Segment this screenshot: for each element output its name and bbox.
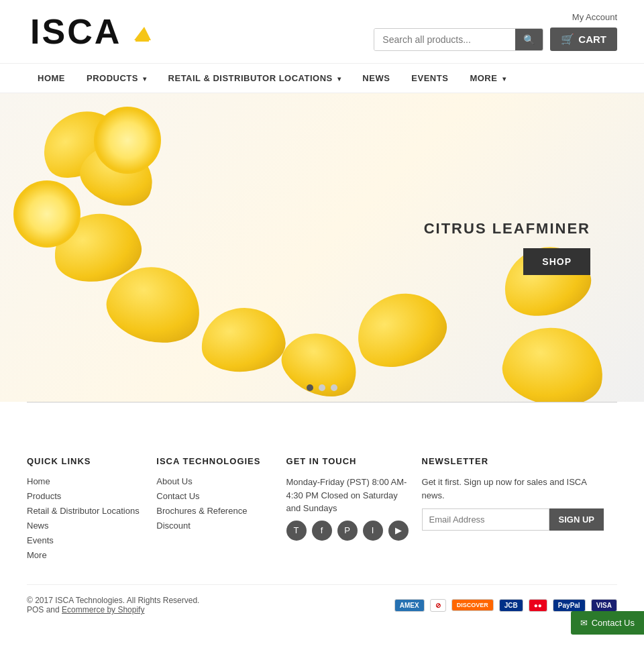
nav-link-events[interactable]: EVENTS	[400, 64, 459, 93]
diners-badge: ⊘	[430, 599, 446, 612]
lemon-half-decoration	[13, 180, 80, 248]
lemon-decoration	[199, 305, 288, 376]
isca-link-contact[interactable]: Contact Us	[156, 491, 199, 501]
lemon-half-decoration	[94, 107, 161, 174]
my-account-link[interactable]: My Account	[572, 12, 617, 22]
signup-button[interactable]: SIGN UP	[549, 508, 604, 531]
nav-item-products: PRODUCTS ▾	[76, 64, 158, 93]
main-nav: HOME PRODUCTS ▾ RETAIL & DISTRIBUTOR LOC…	[0, 64, 644, 93]
footer-copyright: © 2017 ISCA Technologies. All Rights Res…	[27, 596, 199, 614]
hero-banner: CITRUS LEAFMINER SHOP	[0, 93, 644, 402]
instagram-icon[interactable]: I	[363, 521, 383, 541]
newsletter-form: SIGN UP	[422, 508, 604, 531]
svg-text:ISCA: ISCA	[30, 12, 121, 50]
footer: QUICK LINKS Home Products Retail & Distr…	[0, 429, 644, 628]
hero-text-area: CITRUS LEAFMINER SHOP	[424, 220, 590, 275]
list-item: Products	[27, 490, 143, 501]
isca-link-brochures[interactable]: Brochures & Reference	[156, 506, 247, 516]
svg-rect-2	[136, 39, 149, 42]
quick-link-locations[interactable]: Retail & Distributor Locations	[27, 506, 140, 516]
list-item: About Us	[156, 476, 272, 486]
footer-columns: QUICK LINKS Home Products Retail & Distr…	[27, 456, 617, 564]
list-item: Events	[27, 535, 143, 545]
search-button[interactable]: 🔍	[515, 29, 543, 50]
slider-dot-3[interactable]	[331, 384, 337, 391]
newsletter-description: Get it first. Sign up now for sales and …	[422, 476, 604, 502]
social-icons-row: T f P I ▶	[286, 521, 409, 541]
nav-item-more: MORE ▾	[459, 64, 517, 93]
list-item: Contact Us	[156, 490, 272, 501]
isca-tech-heading: ISCA TECHNOLOGIES	[156, 456, 272, 466]
get-in-touch-heading: GET IN TOUCH	[286, 456, 409, 466]
nav-link-more[interactable]: MORE ▾	[459, 64, 517, 93]
amex-badge: AMEX	[394, 599, 425, 612]
chevron-down-icon: ▾	[502, 75, 506, 83]
quick-link-home[interactable]: Home	[27, 476, 50, 486]
paypal-badge: PayPal	[553, 599, 586, 612]
slider-dot-1[interactable]	[307, 384, 313, 391]
contact-float-button[interactable]: ✉ Contact Us	[571, 611, 644, 628]
nav-item-home: HOME	[27, 64, 76, 93]
nav-item-locations: RETAIL & DISTRIBUTOR LOCATIONS ▾	[158, 64, 352, 93]
list-item: Discount	[156, 520, 272, 531]
logo[interactable]: ISCA	[27, 7, 161, 56]
youtube-icon[interactable]: ▶	[388, 521, 409, 541]
nav-link-locations[interactable]: RETAIL & DISTRIBUTOR LOCATIONS ▾	[158, 64, 352, 93]
shop-button[interactable]: SHOP	[523, 248, 590, 275]
header-right: My Account 🔍 🛒 CART	[374, 12, 617, 51]
contact-float-label: Contact Us	[592, 618, 635, 628]
lemon-decoration	[497, 320, 610, 402]
cart-icon: 🛒	[561, 33, 574, 46]
header: ISCA My Account 🔍 🛒 CART	[0, 0, 644, 64]
shopify-link[interactable]: Ecommerce by Shopify	[62, 605, 144, 614]
quick-link-more[interactable]: More	[27, 550, 47, 560]
nav-link-news[interactable]: NEWS	[352, 64, 400, 93]
footer-col-isca: ISCA TECHNOLOGIES About Us Contact Us Br…	[156, 456, 286, 564]
newsletter-heading: NEWSLETTER	[422, 456, 604, 466]
search-input[interactable]	[374, 29, 515, 50]
isca-link-discount[interactable]: Discount	[156, 521, 191, 531]
logo-text: ISCA	[27, 7, 161, 56]
jcb-badge: JCB	[499, 599, 523, 612]
hero-title: CITRUS LEAFMINER	[424, 220, 590, 237]
list-item: News	[27, 520, 143, 531]
cart-label: CART	[578, 34, 606, 45]
svg-marker-1	[134, 27, 151, 40]
list-item: Retail & Distributor Locations	[27, 505, 143, 516]
footer-col-newsletter: NEWSLETTER Get it first. Sign up now for…	[422, 456, 617, 564]
search-box: 🔍	[374, 28, 543, 51]
twitter-icon[interactable]: T	[286, 521, 307, 541]
footer-col-quick-links: QUICK LINKS Home Products Retail & Distr…	[27, 456, 156, 564]
nav-link-products[interactable]: PRODUCTS ▾	[76, 64, 158, 93]
list-item: Brochures & Reference	[156, 505, 272, 516]
nav-item-news: NEWS	[352, 64, 400, 93]
quick-link-events[interactable]: Events	[27, 535, 54, 545]
list-item: More	[27, 549, 143, 560]
footer-bottom: © 2017 ISCA Technologies. All Rights Res…	[27, 584, 617, 614]
chevron-down-icon: ▾	[143, 75, 147, 83]
chevron-down-icon: ▾	[337, 75, 341, 83]
pinterest-icon[interactable]: P	[337, 521, 358, 541]
isca-link-about[interactable]: About Us	[156, 476, 192, 486]
spacer	[0, 402, 644, 429]
newsletter-email-input[interactable]	[422, 508, 549, 531]
payment-icons: AMEX ⊘ DISCOVER JCB ●● PayPal VISA	[394, 599, 617, 612]
search-cart-area: 🔍 🛒 CART	[374, 28, 617, 51]
nav-item-events: EVENTS	[400, 64, 459, 93]
quick-link-products[interactable]: Products	[27, 491, 61, 501]
facebook-icon[interactable]: f	[312, 521, 332, 541]
quick-links-heading: QUICK LINKS	[27, 456, 143, 466]
footer-col-get-in-touch: GET IN TOUCH Monday-Friday (PST) 8:00 AM…	[286, 456, 422, 564]
email-icon: ✉	[580, 618, 588, 628]
discover-badge: DISCOVER	[451, 599, 494, 611]
nav-link-home[interactable]: HOME	[27, 64, 76, 93]
lemon-decoration	[346, 281, 455, 378]
slider-dots	[307, 384, 337, 391]
get-in-touch-hours: Monday-Friday (PST) 8:00 AM- 4:30 PM Clo…	[286, 476, 409, 515]
list-item: Home	[27, 476, 143, 486]
cart-button[interactable]: 🛒 CART	[550, 28, 617, 51]
slider-dot-2[interactable]	[319, 384, 325, 391]
visa-badge: VISA	[591, 599, 617, 612]
quick-link-news[interactable]: News	[27, 521, 49, 531]
mastercard-badge: ●●	[529, 599, 547, 612]
